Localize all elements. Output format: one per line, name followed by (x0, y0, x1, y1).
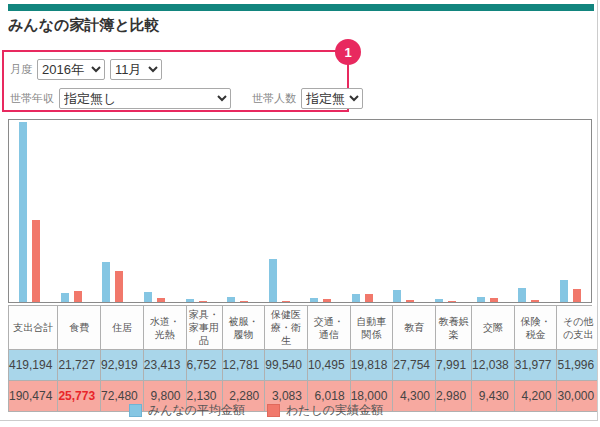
average-value-cell: 12,038 (472, 350, 515, 381)
legend-item-actual: わたしの実績金額 (267, 402, 383, 419)
avg-bar (393, 290, 401, 302)
average-value-cell: 19,818 (351, 350, 394, 381)
average-value-cell: 23,413 (144, 350, 187, 381)
bar-group (217, 120, 259, 302)
avg-bar (560, 280, 568, 302)
actual-bar (365, 294, 373, 302)
average-legend-swatch (129, 404, 142, 417)
legend-item-average: みんなの平均金額 (129, 402, 245, 419)
actual-bar (323, 299, 331, 302)
actual-bar (32, 220, 40, 302)
average-value-cell: 92,919 (101, 350, 144, 381)
avg-bar (227, 297, 235, 302)
actual-value-cell: 4,200 (515, 381, 558, 412)
budget-compare-panel: みんなの家計簿と比較 1 月度 2016年 11月 世帯年収 指定無し 世帯人数… (0, 0, 598, 421)
avg-bar (435, 299, 443, 302)
year-select[interactable]: 2016年 (37, 59, 105, 80)
bar-group (92, 120, 134, 302)
header-cell: 水道・光熱 (144, 306, 187, 350)
bar-group (425, 120, 467, 302)
month-period-label: 月度 (10, 62, 32, 77)
average-value-cell: 419,194 (9, 350, 58, 381)
avg-bar (477, 297, 485, 302)
comparison-table: 支出合計食費住居水道・光熱家具・家事用品被服・履物保健医療・衛生交通・通信自動車… (8, 305, 592, 412)
header-cell: 保険・税金 (515, 306, 558, 350)
average-value-cell: 21,727 (58, 350, 101, 381)
step-badge: 1 (335, 39, 361, 65)
header-cell: 自動車関係 (351, 306, 394, 350)
month-filter-row: 月度 2016年 11月 (10, 59, 167, 80)
header-cell: 教育 (393, 306, 436, 350)
average-value-cell: 6,752 (187, 350, 223, 381)
avg-bar (310, 298, 318, 302)
avg-bar (352, 294, 360, 302)
bar-group (508, 120, 550, 302)
header-cell: 教養娯楽 (436, 306, 472, 350)
avg-bar (186, 299, 194, 302)
avg-bar (19, 122, 27, 302)
bar-group (51, 120, 93, 302)
actual-bar (490, 298, 498, 302)
avg-bar (269, 259, 277, 302)
bar-group (550, 120, 592, 302)
average-value-cell: 31,977 (515, 350, 558, 381)
actual-legend-swatch (267, 404, 280, 417)
filter-box: 1 月度 2016年 11月 世帯年収 指定無し 世帯人数 指定無し (2, 50, 349, 112)
bar-group (134, 120, 176, 302)
actual-bar (573, 289, 581, 302)
header-cell: 支出合計 (9, 306, 58, 350)
header-cell: 被服・履物 (223, 306, 266, 350)
average-value-cell: 10,495 (308, 350, 351, 381)
actual-value-cell: 30,000 (557, 381, 598, 412)
bar-group (342, 120, 384, 302)
bar-group (258, 120, 300, 302)
average-legend-label: みんなの平均金額 (148, 402, 245, 419)
household-size-label: 世帯人数 (252, 91, 296, 106)
header-cell: 住居 (101, 306, 144, 350)
average-value-cell: 99,540 (265, 350, 308, 381)
actual-bar (199, 301, 207, 302)
header-cell: その他の支出 (557, 306, 598, 350)
header-cell: 交際 (472, 306, 515, 350)
bar-group (9, 120, 51, 302)
avg-bar (144, 292, 152, 302)
average-value-cell: 27,754 (393, 350, 436, 381)
bar-group (300, 120, 342, 302)
bar-group (383, 120, 425, 302)
header-cell: 保健医療・衛生 (265, 306, 308, 350)
average-value-cell: 51,996 (557, 350, 598, 381)
bar-group (466, 120, 508, 302)
actual-bar (115, 271, 123, 302)
avg-bar (61, 293, 69, 302)
household-income-select[interactable]: 指定無し (59, 88, 231, 109)
avg-bar (102, 262, 110, 302)
chart-legend: みんなの平均金額 わたしの実績金額 (0, 402, 512, 419)
actual-bar (157, 298, 165, 302)
actual-bar (282, 301, 290, 302)
average-value-cell: 12,781 (223, 350, 266, 381)
header-cell: 家具・家事用品 (187, 306, 223, 350)
comparison-bar-chart (8, 119, 592, 303)
page-title: みんなの家計簿と比較 (8, 16, 160, 35)
actual-bar (531, 300, 539, 302)
actual-bar (448, 301, 456, 302)
top-accent-bar (8, 4, 594, 11)
actual-bar (74, 291, 82, 302)
household-filter-row: 世帯年収 指定無し 世帯人数 指定無し (10, 88, 368, 109)
header-cell: 交通・通信 (308, 306, 351, 350)
bar-group (175, 120, 217, 302)
header-cell: 食費 (58, 306, 101, 350)
actual-legend-label: わたしの実績金額 (286, 402, 383, 419)
household-income-label: 世帯年収 (10, 91, 54, 106)
avg-bar (518, 288, 526, 302)
actual-bar (406, 300, 414, 302)
household-size-select[interactable]: 指定無し (301, 88, 363, 109)
actual-bar (240, 301, 248, 302)
average-value-cell: 7,991 (436, 350, 472, 381)
month-select[interactable]: 11月 (110, 59, 162, 80)
